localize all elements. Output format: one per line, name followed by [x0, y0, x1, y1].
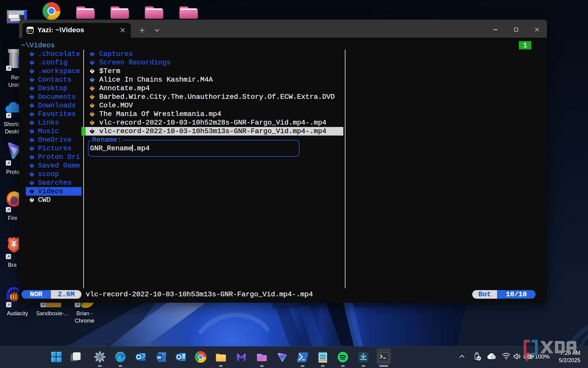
svg-text:C:\: C:\	[28, 30, 32, 33]
svg-text:W: W	[157, 355, 161, 360]
